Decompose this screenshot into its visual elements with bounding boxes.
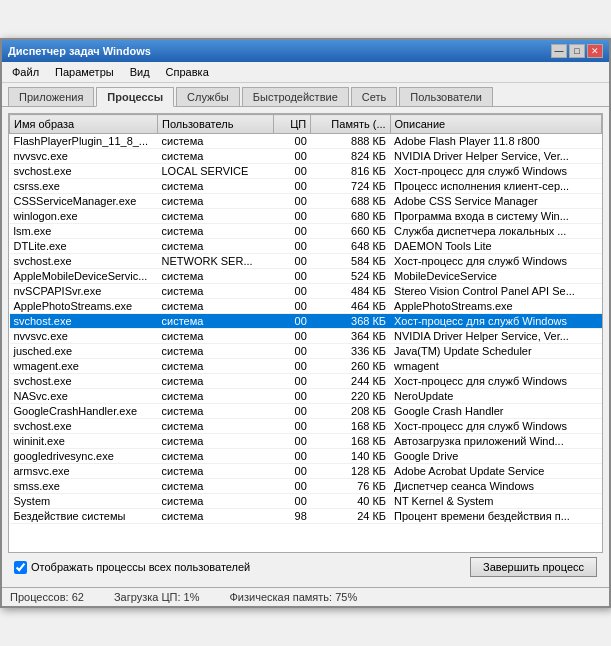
cell-cpu: 00 bbox=[274, 479, 311, 494]
table-row[interactable]: svchost.exeLOCAL SERVICE00816 КБХост-про… bbox=[10, 164, 602, 179]
table-row[interactable]: wininit.exeсистема00168 КБАвтозагрузка п… bbox=[10, 434, 602, 449]
col-header-mem[interactable]: Память (... bbox=[311, 115, 390, 134]
status-bar: Процессов: 62 Загрузка ЦП: 1% Физическая… bbox=[2, 587, 609, 606]
cell-cpu: 00 bbox=[274, 464, 311, 479]
table-row[interactable]: Бездействие системысистема9824 КБПроцент… bbox=[10, 509, 602, 524]
cell-desc: ApplePhotoStreams.exe bbox=[390, 299, 601, 314]
table-row[interactable]: armsvc.exeсистема00128 КБAdobe Acrobat U… bbox=[10, 464, 602, 479]
cell-name: System bbox=[10, 494, 158, 509]
table-row[interactable]: ApplePhotoStreams.exeсистема00464 КБAppl… bbox=[10, 299, 602, 314]
cell-name: armsvc.exe bbox=[10, 464, 158, 479]
cell-desc: Хост-процесс для служб Windows bbox=[390, 164, 601, 179]
cell-user: система bbox=[158, 419, 274, 434]
cell-name: wininit.exe bbox=[10, 434, 158, 449]
cell-mem: 76 КБ bbox=[311, 479, 390, 494]
cell-name: svchost.exe bbox=[10, 314, 158, 329]
col-header-cpu[interactable]: ЦП bbox=[274, 115, 311, 134]
cell-desc: Хост-процесс для служб Windows bbox=[390, 254, 601, 269]
table-row[interactable]: CSSServiceManager.exeсистема00688 КБAdob… bbox=[10, 194, 602, 209]
cell-desc: Процент времени бездействия п... bbox=[390, 509, 601, 524]
cell-mem: 168 КБ bbox=[311, 419, 390, 434]
cell-mem: 660 КБ bbox=[311, 224, 390, 239]
table-row[interactable]: AppleMobileDeviceServic...система00524 К… bbox=[10, 269, 602, 284]
table-row[interactable]: winlogon.exeсистема00680 КБПрограмма вхо… bbox=[10, 209, 602, 224]
cell-desc: Google Drive bbox=[390, 449, 601, 464]
table-row[interactable]: GoogleCrashHandler.exeсистема00208 КБGoo… bbox=[10, 404, 602, 419]
table-row[interactable]: svchost.exeсистема00168 КБХост-процесс д… bbox=[10, 419, 602, 434]
close-button[interactable]: ✕ bbox=[587, 44, 603, 58]
cell-mem: 688 КБ bbox=[311, 194, 390, 209]
cell-name: Бездействие системы bbox=[10, 509, 158, 524]
cell-cpu: 00 bbox=[274, 374, 311, 389]
table-row[interactable]: svchost.exeNETWORK SER...00584 КБХост-пр… bbox=[10, 254, 602, 269]
cell-name: nvSCPAPISvr.exe bbox=[10, 284, 158, 299]
show-all-processes-checkbox[interactable] bbox=[14, 561, 27, 574]
table-row[interactable]: FlashPlayerPlugin_11_8_...система00888 К… bbox=[10, 134, 602, 149]
col-header-name[interactable]: Имя образа bbox=[10, 115, 158, 134]
cell-user: система bbox=[158, 314, 274, 329]
cell-user: система bbox=[158, 149, 274, 164]
table-row[interactable]: jusched.exeсистема00336 КБJava(TM) Updat… bbox=[10, 344, 602, 359]
col-header-desc[interactable]: Описание bbox=[390, 115, 601, 134]
cell-user: система bbox=[158, 359, 274, 374]
cell-mem: 724 КБ bbox=[311, 179, 390, 194]
cell-cpu: 00 bbox=[274, 224, 311, 239]
show-all-processes-label[interactable]: Отображать процессы всех пользователей bbox=[14, 561, 250, 574]
table-row[interactable]: wmagent.exeсистема00260 КБwmagent bbox=[10, 359, 602, 374]
menu-view[interactable]: Вид bbox=[124, 64, 156, 80]
table-row[interactable]: lsm.exeсистема00660 КБСлужба диспетчера … bbox=[10, 224, 602, 239]
cell-mem: 584 КБ bbox=[311, 254, 390, 269]
maximize-button[interactable]: □ bbox=[569, 44, 585, 58]
minimize-button[interactable]: — bbox=[551, 44, 567, 58]
cell-name: ApplePhotoStreams.exe bbox=[10, 299, 158, 314]
cell-desc: Диспетчер сеанса Windows bbox=[390, 479, 601, 494]
tab-network[interactable]: Сеть bbox=[351, 87, 397, 106]
cell-mem: 260 КБ bbox=[311, 359, 390, 374]
cell-user: система bbox=[158, 239, 274, 254]
tab-performance[interactable]: Быстродействие bbox=[242, 87, 349, 106]
table-row[interactable]: nvSCPAPISvr.exeсистема00484 КБStereo Vis… bbox=[10, 284, 602, 299]
cell-desc: Хост-процесс для служб Windows bbox=[390, 314, 601, 329]
tab-users[interactable]: Пользователи bbox=[399, 87, 493, 106]
col-header-user[interactable]: Пользователь bbox=[158, 115, 274, 134]
table-row[interactable]: DTLite.exeсистема00648 КБDAEMON Tools Li… bbox=[10, 239, 602, 254]
cell-cpu: 00 bbox=[274, 134, 311, 149]
window-title: Диспетчер задач Windows bbox=[8, 45, 151, 57]
cell-cpu: 00 bbox=[274, 254, 311, 269]
tab-services[interactable]: Службы bbox=[176, 87, 240, 106]
table-row[interactable]: NASvc.exeсистема00220 КБNeroUpdate bbox=[10, 389, 602, 404]
cell-name: wmagent.exe bbox=[10, 359, 158, 374]
menu-help[interactable]: Справка bbox=[160, 64, 215, 80]
status-processes: Процессов: 62 bbox=[10, 591, 84, 603]
cell-cpu: 00 bbox=[274, 149, 311, 164]
menu-file[interactable]: Файл bbox=[6, 64, 45, 80]
cell-cpu: 00 bbox=[274, 269, 311, 284]
table-row[interactable]: csrss.exeсистема00724 КБПроцесс исполнен… bbox=[10, 179, 602, 194]
table-row[interactable]: nvvsvc.exeсистема00364 КБNVIDIA Driver H… bbox=[10, 329, 602, 344]
tab-applications[interactable]: Приложения bbox=[8, 87, 94, 106]
tab-processes[interactable]: Процессы bbox=[96, 87, 174, 107]
table-row[interactable]: svchost.exeсистема00244 КБХост-процесс д… bbox=[10, 374, 602, 389]
table-row[interactable]: smss.exeсистема0076 КБДиспетчер сеанса W… bbox=[10, 479, 602, 494]
cell-name: NASvc.exe bbox=[10, 389, 158, 404]
cell-cpu: 00 bbox=[274, 299, 311, 314]
cell-cpu: 00 bbox=[274, 314, 311, 329]
process-table-container[interactable]: Имя образа Пользователь ЦП Память (... О… bbox=[8, 113, 603, 553]
cell-cpu: 00 bbox=[274, 449, 311, 464]
table-row[interactable]: googledrivesync.exeсистема00140 КБGoogle… bbox=[10, 449, 602, 464]
cell-cpu: 00 bbox=[274, 164, 311, 179]
cell-desc: Программа входа в систему Win... bbox=[390, 209, 601, 224]
cell-cpu: 00 bbox=[274, 389, 311, 404]
menu-params[interactable]: Параметры bbox=[49, 64, 120, 80]
cell-mem: 680 КБ bbox=[311, 209, 390, 224]
cell-user: система bbox=[158, 209, 274, 224]
cell-user: система bbox=[158, 434, 274, 449]
table-row[interactable]: Systemсистема0040 КБNT Kernel & System bbox=[10, 494, 602, 509]
cell-mem: 888 КБ bbox=[311, 134, 390, 149]
table-row[interactable]: nvvsvc.exeсистема00824 КБNVIDIA Driver H… bbox=[10, 149, 602, 164]
end-process-button[interactable]: Завершить процесс bbox=[470, 557, 597, 577]
cell-name: GoogleCrashHandler.exe bbox=[10, 404, 158, 419]
cell-desc: Java(TM) Update Scheduler bbox=[390, 344, 601, 359]
table-row[interactable]: svchost.exeсистема00368 КБХост-процесс д… bbox=[10, 314, 602, 329]
tabs-bar: Приложения Процессы Службы Быстродействи… bbox=[2, 83, 609, 107]
